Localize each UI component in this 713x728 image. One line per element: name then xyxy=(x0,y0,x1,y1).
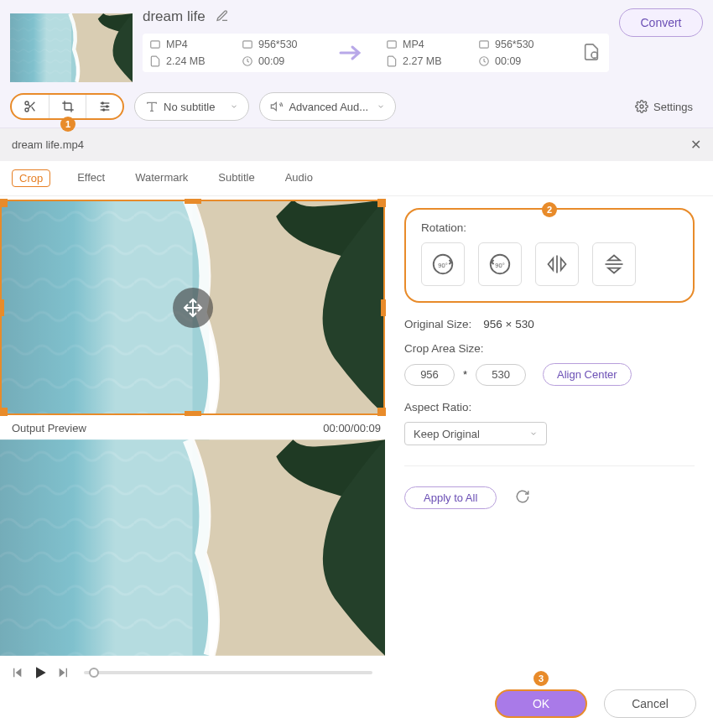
svg-rect-4 xyxy=(243,41,252,48)
ok-button[interactable]: OK xyxy=(495,689,587,718)
step-badge-3: 3 xyxy=(533,671,549,686)
arrow-right-icon xyxy=(334,44,369,62)
svg-point-9 xyxy=(591,52,597,58)
crop-width-input[interactable] xyxy=(404,364,455,386)
crop-preview[interactable] xyxy=(0,200,385,415)
settings-button[interactable]: Settings xyxy=(625,100,703,113)
tab-row: Crop Effect Watermark Subtitle Audio xyxy=(0,161,713,196)
trim-icon[interactable] xyxy=(12,95,49,118)
svg-text:90°: 90° xyxy=(495,262,504,269)
output-preview-label: Output Preview xyxy=(12,422,86,434)
apply-to-all-button[interactable]: Apply to All xyxy=(404,486,497,509)
reset-icon[interactable] xyxy=(515,489,530,507)
play-icon[interactable] xyxy=(30,663,50,683)
tab-crop[interactable]: Crop xyxy=(12,169,50,187)
close-icon[interactable]: ✕ xyxy=(690,137,701,153)
source-thumbnail[interactable] xyxy=(10,8,133,87)
file-title: dream life xyxy=(143,8,206,25)
svg-point-17 xyxy=(102,109,104,111)
original-size-value: 956 × 530 xyxy=(483,318,533,330)
next-frame-icon[interactable] xyxy=(54,663,74,683)
preview-time: 00:00/00:09 xyxy=(323,422,381,434)
original-size-label: Original Size: xyxy=(404,318,471,330)
output-preview xyxy=(0,439,385,656)
rotate-cw-button[interactable]: 90° xyxy=(421,242,465,286)
tab-audio[interactable]: Audio xyxy=(282,169,316,187)
advanced-audio-dropdown[interactable]: Advanced Aud... xyxy=(259,92,396,121)
tab-subtitle[interactable]: Subtitle xyxy=(215,169,258,187)
tab-watermark[interactable]: Watermark xyxy=(132,169,191,187)
crop-icon[interactable] xyxy=(49,95,86,118)
svg-rect-3 xyxy=(151,41,160,48)
flip-horizontal-button[interactable] xyxy=(535,242,579,286)
svg-point-11 xyxy=(25,108,29,112)
flip-vertical-button[interactable] xyxy=(592,242,636,286)
svg-point-15 xyxy=(101,102,103,104)
rotation-panel: 2 Rotation: 90° 90° xyxy=(404,208,695,303)
move-icon[interactable] xyxy=(173,288,213,328)
output-settings-icon[interactable] xyxy=(582,43,601,64)
svg-point-18 xyxy=(640,105,643,108)
file-info-box: MP4 2.24 MB 956*530 00:09 MP4 2.27 MB 95… xyxy=(143,34,609,72)
aspect-ratio-label: Aspect Ratio: xyxy=(404,401,695,413)
step-badge-2: 2 xyxy=(542,202,557,217)
editor-title-bar: dream life.mp4 ✕ xyxy=(0,128,713,161)
align-center-button[interactable]: Align Center xyxy=(543,363,632,386)
crop-height-input[interactable] xyxy=(476,364,526,386)
aspect-ratio-dropdown[interactable]: Keep Original xyxy=(404,422,547,445)
svg-rect-7 xyxy=(480,41,489,48)
timeline-slider[interactable] xyxy=(84,671,372,674)
svg-rect-6 xyxy=(388,41,397,48)
cancel-button[interactable]: Cancel xyxy=(604,689,696,718)
edit-tools-group: 1 xyxy=(10,93,124,120)
crop-area-label: Crop Area Size: xyxy=(404,342,695,355)
top-panel: dream life MP4 2.24 MB 956*530 00:09 xyxy=(0,0,713,128)
step-badge-1: 1 xyxy=(60,117,75,132)
convert-button[interactable]: Convert xyxy=(619,8,703,37)
editor-filename: dream life.mp4 xyxy=(12,138,84,151)
svg-point-16 xyxy=(106,106,107,107)
svg-text:90°: 90° xyxy=(438,262,447,269)
edit-title-icon[interactable] xyxy=(216,9,229,25)
adjust-icon[interactable] xyxy=(86,95,122,118)
prev-frame-icon[interactable] xyxy=(7,663,27,683)
rotate-ccw-button[interactable]: 90° xyxy=(478,242,522,286)
subtitle-dropdown[interactable]: No subtitle xyxy=(134,92,249,121)
tab-effect[interactable]: Effect xyxy=(74,169,108,187)
